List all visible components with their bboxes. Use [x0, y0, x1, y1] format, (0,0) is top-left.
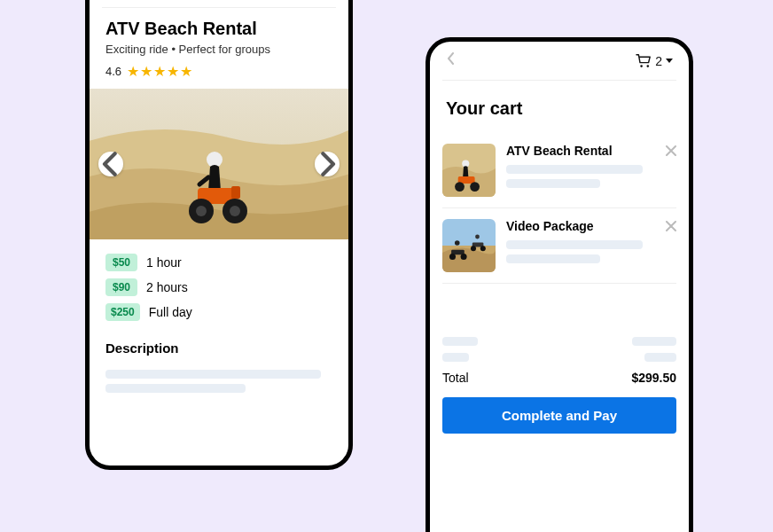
price-chip: $50 — [105, 254, 137, 271]
description-placeholder — [105, 384, 246, 393]
cart-indicator[interactable]: 2 — [636, 54, 673, 68]
chevron-down-icon — [666, 59, 673, 63]
phone-detail: 1 ATV Beach Rental Exciting ride • Perfe… — [85, 0, 353, 470]
svg-point-26 — [475, 235, 480, 239]
cart-item-name: ATV Beach Rental — [506, 144, 676, 158]
product-title: ATV Beach Rental — [105, 19, 332, 39]
svg-point-22 — [455, 240, 460, 246]
summary-placeholder — [632, 337, 676, 346]
summary-placeholder — [442, 353, 469, 362]
price-option[interactable]: $50 1 hour — [105, 254, 332, 271]
price-option[interactable]: $90 2 hours — [105, 278, 332, 296]
hero-image — [90, 89, 348, 239]
svg-rect-5 — [231, 186, 240, 199]
description-heading: Description — [102, 337, 336, 364]
back-button[interactable] — [446, 51, 457, 70]
topbar: 1 — [102, 0, 336, 8]
total-amount: $299.50 — [631, 371, 676, 385]
cart-item-name: Video Package — [506, 219, 676, 233]
price-label: 1 hour — [146, 255, 182, 270]
cart-item-placeholder — [506, 240, 643, 249]
total-label: Total — [442, 371, 469, 385]
phone-cart: 2 Your cart — [426, 37, 693, 532]
description-placeholder — [105, 370, 321, 379]
cart-title: Your cart — [442, 81, 676, 133]
svg-point-24 — [471, 246, 476, 251]
svg-point-7 — [196, 206, 207, 216]
price-label: 2 hours — [146, 280, 188, 294]
price-chip: $250 — [105, 303, 140, 321]
svg-point-15 — [455, 182, 465, 192]
cart-icon — [636, 54, 652, 68]
svg-point-9 — [230, 206, 240, 216]
cart-count: 2 — [655, 54, 662, 68]
cart-item: ATV Beach Rental — [442, 133, 676, 208]
remove-item-button[interactable] — [666, 219, 676, 235]
price-option[interactable]: $250 Full day — [105, 303, 332, 321]
svg-point-10 — [641, 65, 644, 67]
remove-item-button[interactable] — [666, 144, 676, 160]
cart-summary: Total $299.50 Complete and Pay — [442, 284, 676, 434]
svg-point-25 — [480, 246, 486, 251]
cart-item: Video Package — [442, 208, 676, 284]
svg-point-16 — [470, 182, 480, 192]
cart-item-placeholder — [506, 179, 600, 188]
cart-item-placeholder — [506, 254, 600, 263]
product-subtitle: Exciting ride • Perfect for groups — [105, 43, 332, 56]
rating-stars: ★★★★★ — [127, 63, 193, 80]
price-chip: $90 — [105, 278, 137, 296]
carousel-next[interactable] — [315, 152, 340, 176]
cart-item-placeholder — [506, 165, 643, 174]
rating-value: 4.6 — [105, 65, 121, 78]
rating: 4.6 ★★★★★ — [105, 63, 332, 80]
carousel-prev[interactable] — [98, 152, 123, 176]
cart-item-thumb — [442, 219, 496, 272]
pricing-options: $50 1 hour $90 2 hours $250 Full day — [102, 239, 336, 337]
svg-point-20 — [449, 254, 456, 260]
svg-rect-17 — [442, 219, 496, 246]
cart-item-thumb — [442, 144, 496, 197]
summary-placeholder — [442, 337, 478, 346]
summary-placeholder — [644, 353, 676, 362]
complete-and-pay-button[interactable]: Complete and Pay — [442, 397, 676, 434]
topbar: 2 — [442, 42, 676, 81]
svg-point-11 — [647, 65, 650, 67]
price-label: Full day — [149, 305, 192, 319]
svg-point-21 — [461, 254, 467, 260]
